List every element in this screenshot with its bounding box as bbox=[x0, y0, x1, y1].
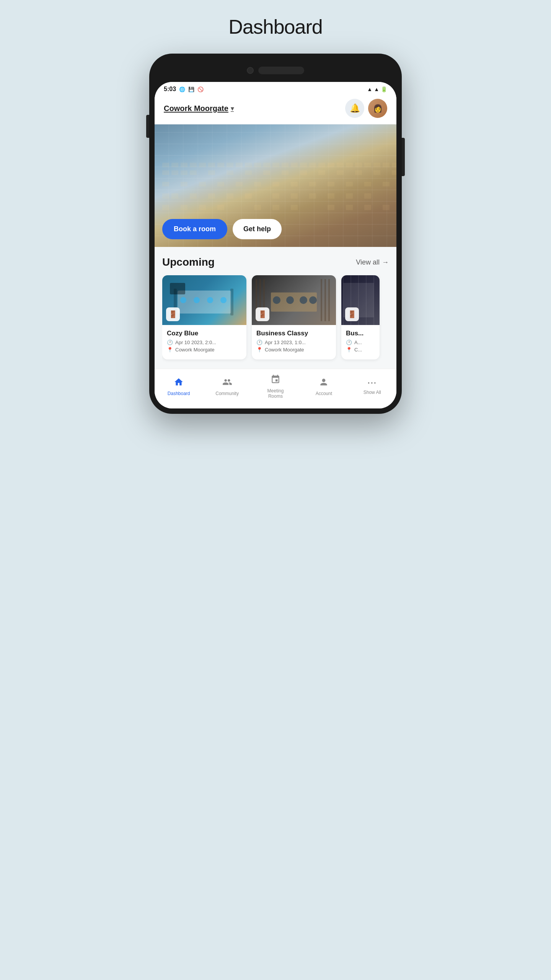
svg-rect-44 bbox=[199, 182, 206, 186]
svg-rect-13 bbox=[272, 163, 279, 167]
svg-rect-61 bbox=[272, 193, 279, 199]
svg-point-94 bbox=[273, 296, 280, 304]
svg-rect-72 bbox=[272, 205, 279, 210]
avatar[interactable]: 👩 bbox=[368, 99, 387, 118]
section-title: Upcoming bbox=[162, 256, 215, 268]
svg-rect-11 bbox=[254, 163, 261, 167]
svg-rect-29 bbox=[181, 170, 187, 175]
svg-rect-55 bbox=[162, 193, 169, 199]
svg-rect-63 bbox=[309, 193, 316, 199]
svg-rect-30 bbox=[190, 170, 197, 175]
svg-rect-39 bbox=[355, 170, 362, 175]
svg-rect-77 bbox=[383, 205, 390, 210]
svg-rect-52 bbox=[346, 182, 353, 186]
svg-rect-1 bbox=[162, 163, 169, 167]
clock-icon-1: 🕐 bbox=[167, 340, 173, 345]
svg-rect-62 bbox=[291, 193, 298, 199]
room-date-2: 🕐 Apr 13 2023, 1:0... bbox=[256, 340, 331, 345]
chevron-down-icon: ▾ bbox=[231, 105, 234, 112]
svg-point-95 bbox=[286, 296, 294, 304]
location-icon-2: 📍 bbox=[256, 347, 262, 353]
svg-rect-67 bbox=[162, 205, 169, 210]
room-location-1: 📍 Cowork Moorgate bbox=[167, 347, 242, 353]
svg-rect-34 bbox=[263, 170, 270, 175]
svg-rect-80 bbox=[230, 289, 233, 315]
room-location-text-3: C... bbox=[354, 347, 362, 353]
room-card-3[interactable]: 🚪 Bus... 🕐 A... 📍 C... bbox=[341, 275, 380, 359]
upcoming-section: Upcoming View all → bbox=[155, 247, 396, 369]
svg-point-82 bbox=[194, 297, 200, 303]
wifi-icon: ▲ bbox=[367, 86, 372, 92]
get-help-button[interactable]: Get help bbox=[233, 219, 282, 239]
room-date-3: 🕐 A... bbox=[346, 340, 375, 345]
clock-icon-3: 🕐 bbox=[346, 340, 352, 345]
room-card-2[interactable]: 🚪 Business Classy 🕐 Apr 13 2023, 1:0... … bbox=[252, 275, 336, 359]
blocked-icon: 🚫 bbox=[197, 87, 204, 92]
room-icon-badge-3: 🚪 bbox=[345, 307, 359, 321]
hero-actions: Book a room Get help bbox=[162, 219, 282, 239]
signal-icon: ▲ bbox=[374, 86, 379, 92]
side-button-right bbox=[402, 138, 405, 176]
battery-icon: 🔋 bbox=[381, 86, 387, 92]
svg-rect-17 bbox=[309, 163, 316, 167]
view-all-link[interactable]: View all → bbox=[356, 258, 389, 266]
svg-rect-19 bbox=[328, 163, 334, 167]
arrow-icon: → bbox=[382, 258, 389, 266]
card-image-3: 🚪 bbox=[341, 275, 380, 325]
nav-label-dashboard: Dashboard bbox=[168, 391, 190, 396]
top-nav: Cowork Moorgate ▾ 🔔 👩 bbox=[155, 95, 396, 124]
svg-rect-20 bbox=[337, 163, 344, 167]
nav-item-show-all[interactable]: ··· Show All bbox=[357, 378, 388, 395]
room-location-3: 📍 C... bbox=[346, 347, 375, 353]
more-icon: ··· bbox=[368, 378, 377, 388]
card-image-2: 🚪 bbox=[252, 275, 336, 325]
nav-item-dashboard[interactable]: Dashboard bbox=[163, 377, 194, 396]
avatar-image: 👩 bbox=[373, 104, 383, 113]
svg-rect-68 bbox=[181, 205, 187, 210]
sd-icon: 💾 bbox=[188, 87, 194, 92]
svg-rect-91 bbox=[321, 279, 322, 321]
svg-rect-12 bbox=[263, 163, 270, 167]
svg-rect-73 bbox=[291, 205, 298, 210]
side-button-left bbox=[146, 115, 149, 138]
nav-label-show-all: Show All bbox=[364, 390, 381, 395]
svg-rect-16 bbox=[300, 163, 307, 167]
svg-point-81 bbox=[180, 297, 186, 303]
nav-icons: 🔔 👩 bbox=[345, 99, 387, 118]
phone-screen: 5:03 🌐 💾 🚫 ▲ ▲ 🔋 Cowork Moorgate ▾ bbox=[155, 82, 396, 408]
svg-rect-56 bbox=[171, 193, 178, 199]
phone-notch bbox=[155, 59, 396, 82]
svg-rect-6 bbox=[208, 163, 215, 167]
nav-item-meeting-rooms[interactable]: Meeting Rooms bbox=[260, 374, 291, 399]
bottom-nav: Dashboard Community bbox=[155, 369, 396, 408]
home-icon bbox=[174, 377, 184, 389]
svg-rect-51 bbox=[328, 182, 334, 186]
calendar-icon bbox=[271, 374, 280, 387]
community-icon bbox=[222, 377, 232, 389]
bell-icon: 🔔 bbox=[350, 103, 360, 113]
svg-rect-43 bbox=[181, 182, 187, 186]
svg-rect-76 bbox=[364, 205, 371, 210]
svg-rect-2 bbox=[171, 163, 178, 167]
nav-item-account[interactable]: Account bbox=[308, 377, 339, 396]
svg-rect-35 bbox=[282, 170, 289, 175]
cards-row: 🚪 Cozy Blue 🕐 Apr 10 2023, 2:0... 📍 Cowo… bbox=[162, 275, 389, 363]
location-selector[interactable]: Cowork Moorgate ▾ bbox=[164, 104, 234, 113]
svg-rect-9 bbox=[236, 163, 243, 167]
svg-rect-75 bbox=[346, 205, 353, 210]
svg-rect-5 bbox=[199, 163, 206, 167]
svg-rect-46 bbox=[236, 182, 243, 186]
svg-rect-22 bbox=[355, 163, 362, 167]
book-room-button[interactable]: Book a room bbox=[162, 219, 227, 239]
notifications-button[interactable]: 🔔 bbox=[345, 99, 364, 118]
svg-rect-33 bbox=[245, 170, 252, 175]
clock-icon-2: 🕐 bbox=[256, 340, 262, 345]
svg-rect-3 bbox=[181, 163, 187, 167]
svg-rect-24 bbox=[373, 163, 380, 167]
room-icon-badge-2: 🚪 bbox=[256, 307, 269, 321]
svg-rect-28 bbox=[171, 170, 178, 175]
nav-label-meeting-rooms: Meeting Rooms bbox=[267, 388, 284, 399]
nav-item-community[interactable]: Community bbox=[212, 377, 243, 396]
room-card-1[interactable]: 🚪 Cozy Blue 🕐 Apr 10 2023, 2:0... 📍 Cowo… bbox=[162, 275, 246, 359]
svg-rect-54 bbox=[383, 182, 390, 186]
